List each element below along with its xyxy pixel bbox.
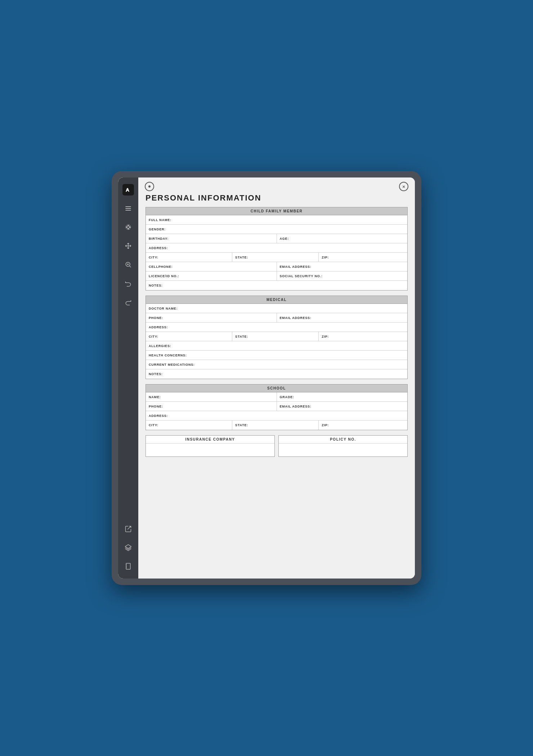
close-button[interactable]: × — [399, 182, 408, 191]
undo-icon[interactable] — [122, 278, 134, 289]
address-label: ADDRESS: — [146, 243, 407, 252]
insurance-company-body — [146, 444, 274, 456]
city2-label: CITY: — [146, 332, 232, 341]
table-row: CITY: STATE: ZIP: — [146, 420, 407, 430]
school-city-label: CITY: — [146, 420, 232, 430]
table-row: NOTES: — [146, 369, 407, 379]
table-row: PHONE: EMAIL ADDRESS: — [146, 402, 407, 411]
eraser-icon[interactable] — [122, 221, 134, 233]
sidebar: A — [118, 177, 138, 579]
svg-point-6 — [126, 227, 127, 228]
notebook-icon[interactable] — [122, 561, 134, 572]
zip2-label: ZIP: — [319, 332, 405, 341]
school-phone-label: PHONE: — [146, 402, 277, 411]
birthday-label: BIRTHDAY: — [146, 234, 277, 243]
table-row: GENDER: — [146, 225, 407, 234]
top-bar: × — [138, 177, 415, 193]
table-row: HEALTH CONCERNS: — [146, 351, 407, 360]
school-section: SCHOOL NAME: GRADE: PHONE: EMAIL ADDRESS… — [145, 384, 408, 430]
svg-point-4 — [127, 226, 130, 229]
insurance-row: INSURANCE COMPANY POLICY NO. — [145, 435, 408, 457]
child-family-member-header: CHILD FAMILY MEMBER — [146, 207, 407, 215]
table-row: ADDRESS: — [146, 323, 407, 332]
move-icon[interactable] — [122, 240, 134, 252]
gender-label: GENDER: — [146, 225, 407, 234]
redo-icon[interactable] — [122, 296, 134, 308]
email-address-label: EMAIL ADDRESS: — [277, 313, 408, 322]
table-row: PHONE: EMAIL ADDRESS: — [146, 313, 407, 323]
current-medications-label: CURRENT MEDICATIONS: — [146, 360, 407, 369]
svg-rect-18 — [126, 563, 130, 570]
table-row: CITY: STATE: ZIP: — [146, 332, 407, 341]
school-address-label: ADDRESS: — [146, 411, 407, 420]
table-row: ADDRESS: — [146, 243, 407, 253]
medical-section: MEDICAL DOCTOR NAME: PHONE: EMAIL ADDRES… — [145, 296, 408, 379]
zip-label: ZIP: — [319, 253, 405, 262]
insurance-company-box: INSURANCE COMPANY — [145, 435, 275, 457]
table-row: LICENCE/ID NO.: SOCIAL SECURITY NO.: — [146, 271, 407, 281]
layers-icon[interactable] — [122, 542, 134, 553]
policy-no-box: POLICY NO. — [278, 435, 408, 457]
child-family-member-section: CHILD FAMILY MEMBER FULL NAME: GENDER: B… — [145, 207, 408, 291]
svg-point-7 — [130, 227, 130, 228]
record-button[interactable] — [145, 182, 154, 191]
age-label: AGE: — [277, 234, 408, 243]
page-content: PERSONAL INFORMATION CHILD FAMILY MEMBER… — [138, 193, 415, 579]
allergies-label: ALLERGIES: — [146, 341, 407, 350]
table-row: DOCTOR NAME: — [146, 304, 407, 313]
table-row: ADDRESS: — [146, 411, 407, 420]
table-row: ALLERGIES: — [146, 341, 407, 351]
phone-label: PHONE: — [146, 313, 277, 322]
main-content: × PERSONAL INFORMATION CHILD FAMILY MEMB… — [138, 177, 415, 579]
notes-label: NOTES: — [146, 281, 407, 290]
school-zip-label: ZIP: — [319, 420, 405, 430]
table-row: NAME: GRADE: — [146, 392, 407, 402]
table-row: CURRENT MEDICATIONS: — [146, 360, 407, 369]
doctor-name-label: DOCTOR NAME: — [146, 304, 407, 313]
svg-line-16 — [127, 526, 131, 530]
policy-no-body — [279, 444, 407, 456]
health-concerns-label: HEALTH CONCERNS: — [146, 351, 407, 360]
table-row: NOTES: — [146, 281, 407, 290]
school-name-label: NAME: — [146, 392, 277, 401]
ssn-label: SOCIAL SECURITY NO.: — [277, 271, 408, 280]
table-row: CITY: STATE: ZIP: — [146, 253, 407, 262]
svg-text:A: A — [126, 187, 129, 193]
notes2-label: NOTES: — [146, 369, 407, 379]
cellphone-label: CELLPHONE: — [146, 262, 277, 271]
medical-header: MEDICAL — [146, 296, 407, 304]
zoom-icon[interactable] — [122, 259, 134, 270]
school-state-label: STATE: — [232, 420, 319, 430]
school-header: SCHOOL — [146, 384, 407, 392]
table-row: FULL NAME: — [146, 215, 407, 225]
grade-label: GRADE: — [277, 392, 408, 401]
svg-marker-17 — [125, 545, 131, 549]
full-name-label: FULL NAME: — [146, 215, 407, 224]
device-frame: A — [112, 171, 421, 585]
state2-label: STATE: — [232, 332, 319, 341]
email-label: EMAIL ADDRESS: — [277, 262, 408, 271]
table-row: CELLPHONE: EMAIL ADDRESS: — [146, 262, 407, 271]
licence-label: LICENCE/ID NO.: — [146, 271, 277, 280]
svg-point-8 — [128, 225, 129, 226]
device-screen: A — [118, 177, 415, 579]
page-title: PERSONAL INFORMATION — [145, 193, 408, 203]
state-label: STATE: — [232, 253, 319, 262]
school-email-label: EMAIL ADDRESS: — [277, 402, 408, 411]
menu-icon[interactable] — [122, 203, 134, 214]
export-icon[interactable] — [122, 523, 134, 535]
table-row: BIRTHDAY: AGE: — [146, 234, 407, 243]
city-label: CITY: — [146, 253, 232, 262]
svg-point-9 — [128, 229, 129, 229]
policy-no-header: POLICY NO. — [279, 436, 407, 444]
pen-tool-icon[interactable]: A — [122, 184, 134, 195]
address2-label: ADDRESS: — [146, 323, 407, 332]
svg-line-13 — [129, 266, 131, 267]
insurance-company-header: INSURANCE COMPANY — [146, 436, 274, 444]
